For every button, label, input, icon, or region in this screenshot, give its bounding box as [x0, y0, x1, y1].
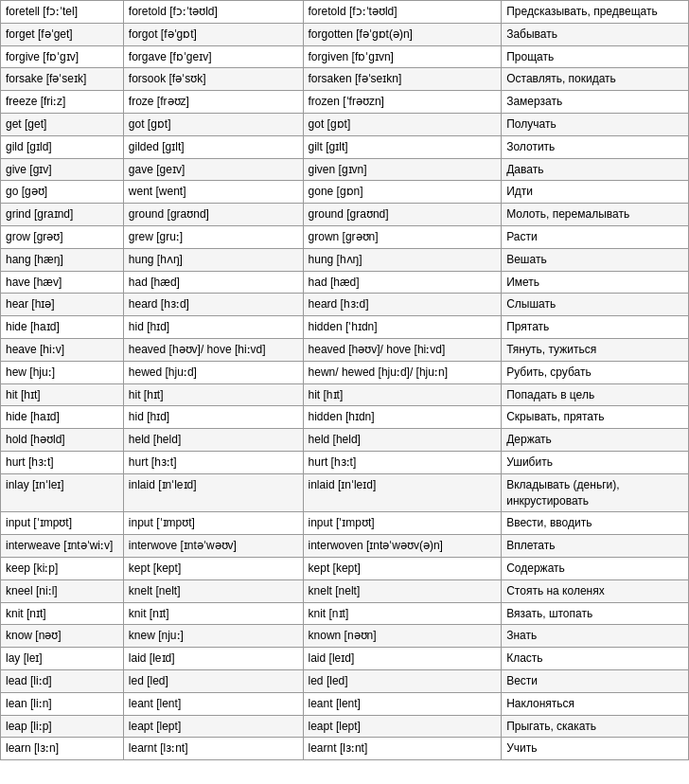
cell-past: gave [geɪv] — [123, 158, 303, 181]
cell-base: grow [grəʊ] — [1, 225, 124, 248]
cell-participle: grown [grəʊn] — [303, 225, 502, 248]
cell-past: forgave [fɒˈgeɪv] — [123, 45, 303, 68]
cell-participle: ground [graʊnd] — [303, 204, 502, 226]
cell-past: heard [hɜːd] — [123, 294, 303, 316]
cell-base: grind [graɪnd] — [1, 204, 124, 226]
table-row: grind [graɪnd]ground [graʊnd]ground [gra… — [1, 204, 689, 226]
table-row: keep [kiːp]kept [kept]kept [kept]Содержа… — [1, 557, 689, 579]
cell-base: hang [hæŋ] — [1, 248, 124, 271]
cell-base: have [hæv] — [1, 271, 124, 294]
cell-base: leap [liːp] — [1, 715, 124, 738]
cell-participle: hidden [ˈhɪdn] — [303, 316, 502, 339]
cell-base: input [ˈɪmpʊt] — [1, 512, 124, 535]
cell-translation: Молоть, перемалывать — [502, 204, 689, 226]
table-row: know [nəʊ]knew [njuː]known [nəʊn]Знать — [1, 625, 689, 648]
cell-past: held [held] — [123, 429, 303, 452]
table-row: hide [haɪd]hid [hɪd]hidden [ˈhɪdn]Прятат… — [1, 316, 689, 339]
cell-base: hear [hɪə] — [1, 294, 124, 316]
cell-past: hid [hɪd] — [123, 406, 303, 429]
cell-translation: Ушибить — [502, 451, 689, 473]
cell-translation: Расти — [502, 225, 689, 248]
cell-participle: had [hæd] — [303, 271, 502, 294]
cell-translation: Слышать — [502, 294, 689, 316]
cell-past: leapt [lept] — [123, 715, 303, 738]
cell-base: hurt [hɜːt] — [1, 451, 124, 473]
table-row: leap [liːp]leapt [lept]leapt [lept]Прыга… — [1, 715, 689, 738]
table-row: lead [liːd]led [led]led [led]Вести — [1, 669, 689, 692]
cell-past: knit [nɪt] — [123, 602, 303, 625]
cell-translation: Давать — [502, 158, 689, 181]
cell-base: interweave [ɪntəˈwiːv] — [1, 535, 124, 558]
cell-past: hid [hɪd] — [123, 316, 303, 339]
cell-participle: leant [lent] — [303, 692, 502, 715]
cell-base: heave [hiːv] — [1, 338, 124, 361]
cell-translation: Ввести, вводить — [502, 512, 689, 535]
cell-base: know [nəʊ] — [1, 625, 124, 648]
cell-past: forsook [fəˈsʊk] — [123, 68, 303, 91]
table-row: lay [leɪ]laid [leɪd]laid [leɪd]Класть — [1, 648, 689, 670]
table-row: learn [lɜːn]learnt [lɜːnt]learnt [lɜːnt]… — [1, 738, 689, 760]
table-row: kneel [niːl]knelt [nelt]knelt [nelt]Стоя… — [1, 579, 689, 602]
cell-past: foretold [fɔːˈtəʊld] — [123, 1, 303, 24]
table-row: hit [hɪt]hit [hɪt]hit [hɪt]Попадать в це… — [1, 383, 689, 406]
cell-translation: Скрывать, прятать — [502, 406, 689, 429]
table-row: forgive [fɒˈgɪv]forgave [fɒˈgeɪv]forgive… — [1, 45, 689, 68]
cell-base: inlay [ɪnˈleɪ] — [1, 473, 124, 512]
cell-translation: Забывать — [502, 23, 689, 45]
cell-past: heaved [həʊv]/ hove [hiːvd] — [123, 338, 303, 361]
cell-participle: hung [hʌŋ] — [303, 248, 502, 271]
cell-translation: Получать — [502, 113, 689, 135]
cell-past: kept [kept] — [123, 557, 303, 579]
cell-past: inlaid [ɪnˈleɪd] — [123, 473, 303, 512]
cell-participle: laid [leɪd] — [303, 648, 502, 670]
cell-translation: Стоять на коленях — [502, 579, 689, 602]
cell-participle: foretold [fɔːˈtəʊld] — [303, 1, 502, 24]
table-row: input [ˈɪmpʊt]input [ˈɪmpʊt]input [ˈɪmpʊ… — [1, 512, 689, 535]
cell-participle: interwoven [ɪntəˈwəʊv(ə)n] — [303, 535, 502, 558]
table-row: get [get]got [gɒt]got [gɒt]Получать — [1, 113, 689, 135]
cell-participle: kept [kept] — [303, 557, 502, 579]
cell-base: forgive [fɒˈgɪv] — [1, 45, 124, 68]
irregular-verbs-table: foretell [fɔːˈtel]foretold [fɔːˈtəʊld]fo… — [0, 0, 689, 760]
cell-participle: led [led] — [303, 669, 502, 692]
cell-participle: gone [gɒn] — [303, 181, 502, 204]
table-row: heave [hiːv]heaved [həʊv]/ hove [hiːvd]h… — [1, 338, 689, 361]
cell-base: lay [leɪ] — [1, 648, 124, 670]
cell-translation: Иметь — [502, 271, 689, 294]
table-row: go [gəʊ]went [went]gone [gɒn]Идти — [1, 181, 689, 204]
cell-translation: Прощать — [502, 45, 689, 68]
table-row: hear [hɪə]heard [hɜːd]heard [hɜːd]Слышат… — [1, 294, 689, 316]
cell-past: input [ˈɪmpʊt] — [123, 512, 303, 535]
cell-translation: Вешать — [502, 248, 689, 271]
cell-base: forget [fəˈget] — [1, 23, 124, 45]
cell-base: hide [haɪd] — [1, 316, 124, 339]
cell-base: keep [kiːp] — [1, 557, 124, 579]
cell-base: learn [lɜːn] — [1, 738, 124, 760]
cell-base: hit [hɪt] — [1, 383, 124, 406]
table-row: hold [həʊld]held [held]held [held]Держат… — [1, 429, 689, 452]
cell-past: learnt [lɜːnt] — [123, 738, 303, 760]
cell-translation: Вязать, штопать — [502, 602, 689, 625]
cell-translation: Содержать — [502, 557, 689, 579]
table-row: knit [nɪt]knit [nɪt]knit [nɪt]Вязать, шт… — [1, 602, 689, 625]
cell-base: foretell [fɔːˈtel] — [1, 1, 124, 24]
cell-past: leant [lent] — [123, 692, 303, 715]
cell-participle: heaved [həʊv]/ hove [hiːvd] — [303, 338, 502, 361]
cell-translation: Держать — [502, 429, 689, 452]
cell-translation: Тянуть, тужиться — [502, 338, 689, 361]
cell-past: froze [frəʊz] — [123, 91, 303, 114]
table-row: inlay [ɪnˈleɪ]inlaid [ɪnˈleɪd]inlaid [ɪn… — [1, 473, 689, 512]
cell-past: led [led] — [123, 669, 303, 692]
cell-past: laid [leɪd] — [123, 648, 303, 670]
cell-participle: hit [hɪt] — [303, 383, 502, 406]
cell-participle: knelt [nelt] — [303, 579, 502, 602]
cell-translation: Идти — [502, 181, 689, 204]
cell-past: knelt [nelt] — [123, 579, 303, 602]
cell-translation: Предсказывать, предвещать — [502, 1, 689, 24]
cell-past: had [hæd] — [123, 271, 303, 294]
table-row: forget [fəˈget]forgot [fəˈgɒt]forgotten … — [1, 23, 689, 45]
table-row: hang [hæŋ]hung [hʌŋ]hung [hʌŋ]Вешать — [1, 248, 689, 271]
cell-participle: leapt [lept] — [303, 715, 502, 738]
cell-participle: heard [hɜːd] — [303, 294, 502, 316]
cell-participle: inlaid [ɪnˈleɪd] — [303, 473, 502, 512]
